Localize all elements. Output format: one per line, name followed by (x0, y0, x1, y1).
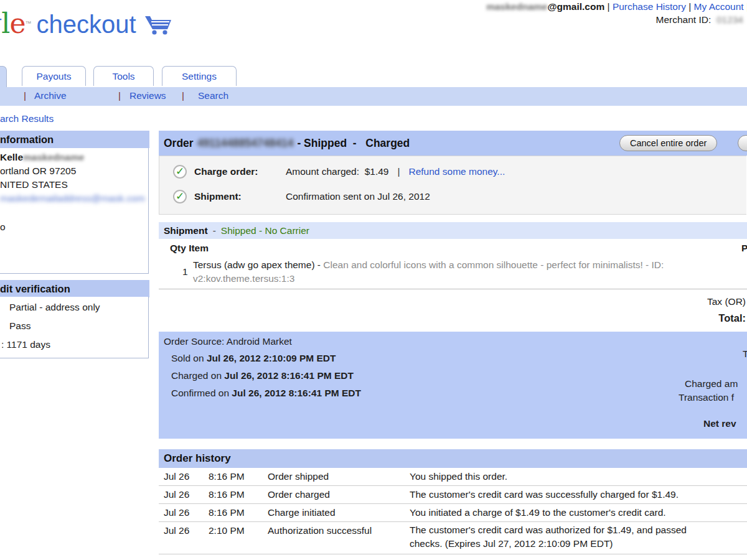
account-email-domain: @gmail.com (547, 1, 604, 12)
shipment-confirmation-text: Confirmation sent on Jul 26, 2012 (286, 191, 430, 202)
history-event: Charge initiated (268, 507, 336, 518)
charged-on-date: Jul 26, 2012 8:16:41 PM EDT (224, 370, 354, 381)
cvn-result: Pass (9, 320, 31, 332)
logo-letter: e (9, 7, 25, 39)
separator: | (397, 166, 400, 177)
check-icon: ✓ (173, 165, 187, 179)
tab-label: Tools (112, 71, 134, 82)
history-event: Authorization successful (268, 525, 372, 536)
history-description-line2: checks. (Expires Jul 27, 2012 2:10:09 PM… (410, 538, 613, 549)
net-revenue-fragment: Net rev (703, 418, 736, 429)
avs-result: Partial - address only (9, 302, 100, 313)
shopping-cart-icon (144, 13, 172, 35)
transaction-fee-fragment: Transaction f (679, 392, 734, 403)
buyer-extra-line: o (0, 222, 6, 233)
table-row: Jul 26 8:16 PM Order charged The custome… (159, 486, 747, 504)
order-history-title: Order history (164, 452, 231, 465)
confirmed-on-prefix: Confirmed on (171, 388, 232, 398)
history-event: Order charged (268, 489, 330, 500)
history-description-line1: The customer's credit card was authorize… (410, 525, 687, 536)
logo-letter: l (1, 7, 9, 39)
orders-subnav: | Archive | Reviews | Search (0, 87, 747, 106)
tab-payouts[interactable]: Payouts (22, 66, 86, 86)
tab-settings[interactable]: Settings (162, 66, 237, 86)
google-checkout-logo: Google™checkout (0, 9, 172, 39)
order-source: Order Source: Android Market (164, 336, 292, 347)
charge-order-label: Charge order: (194, 166, 286, 177)
item-name: Tersus (adw go apex theme) - (193, 259, 323, 270)
buyer-name-redacted: maskedname (23, 152, 84, 162)
shipment-status-row: ✓ Shipment: Confirmation sent on Jul 26,… (173, 190, 430, 203)
separator: | (24, 90, 26, 101)
my-account-link[interactable]: My Account (694, 1, 744, 12)
credit-verification-panel: Partial - address only Pass : 1171 days (0, 297, 149, 358)
history-date: Jul 26 (164, 525, 189, 536)
charged-on-line: Charged on Jul 26, 2012 8:16:41 PM EDT (171, 370, 354, 381)
amount-charged-text: Amount charged: $1.49 (286, 166, 388, 177)
tax-label: Tax (OR) (159, 296, 746, 307)
button-label: Cancel entire order (630, 138, 707, 148)
sold-on-prefix: Sold on (171, 353, 207, 363)
buyer-email-redacted: maskedemailaddress@mask.com (0, 193, 145, 204)
history-time: 8:16 PM (209, 489, 245, 500)
buyer-city-line: ortland OR 97205 (0, 166, 76, 177)
tab-orders-partial[interactable] (0, 66, 7, 87)
shipment-carrier-status: Shipped - No Carrier (221, 225, 309, 236)
account-email-redacted: maskedname (486, 1, 547, 12)
merchant-id-redacted: 01234 (716, 14, 743, 26)
search-results-link[interactable]: arch Results (0, 113, 54, 124)
history-time: 2:10 PM (209, 525, 245, 536)
table-row: Jul 26 8:16 PM Charge initiated You init… (159, 504, 747, 522)
cancel-entire-order-button[interactable]: Cancel entire order (619, 135, 717, 151)
table-row: Jul 26 8:16 PM Order shipped You shipped… (159, 468, 747, 486)
sold-on-line: Sold on Jul 26, 2012 2:10:09 PM EDT (171, 353, 336, 364)
divider (159, 289, 747, 289)
total-label: Total: (159, 312, 746, 324)
google-checkout-order-page: maskedname@gmail.com | Purchase History … (0, 0, 747, 560)
logo-product-name: checkout (36, 11, 136, 38)
subnav-search-link[interactable]: Search (198, 90, 228, 101)
order-status-box: ✓ Charge order: Amount charged: $1.49 | … (159, 156, 746, 215)
charged-amount-fragment: Charged am (685, 378, 738, 390)
separator: | (118, 90, 121, 101)
order-source-box: Order Source: Android Market Sold on Jul… (159, 332, 747, 439)
order-history-table: Jul 26 8:16 PM Order shipped You shipped… (159, 468, 747, 554)
charge-status-row: ✓ Charge order: Amount charged: $1.49 | … (173, 165, 505, 179)
history-date: Jul 26 (164, 489, 189, 500)
trademark-symbol: ™ (25, 20, 31, 27)
separator: | (604, 1, 613, 12)
buyer-information-panel: Kellemaskedname ortland OR 97205 NITED S… (0, 148, 149, 274)
order-status-text: - Shipped - Charged (297, 137, 410, 150)
separator: | (686, 1, 694, 12)
tab-label: Settings (182, 71, 217, 82)
subnav-reviews-link[interactable]: Reviews (129, 90, 166, 101)
check-icon: ✓ (173, 190, 187, 203)
sold-on-date: Jul 26, 2012 2:10:09 PM EDT (207, 353, 336, 363)
shipment-section-header: Shipment - Shipped - No Carrier (159, 222, 747, 239)
table-row: Jul 26 2:10 PM Authorization successful … (159, 522, 747, 554)
price-column-header: P (741, 243, 747, 254)
buyer-country: NITED STATES (0, 179, 68, 190)
history-date: Jul 26 (164, 471, 189, 482)
order-number-redacted: 4911448854748414 (197, 137, 294, 150)
shipment-label: Shipment: (194, 191, 286, 202)
qty-item-column-header: Qty Item (170, 243, 209, 254)
merchant-id-label: Merchant ID: (656, 14, 716, 26)
tab-tools[interactable]: Tools (93, 66, 154, 86)
history-description: You initiated a charge of $1.49 to the c… (410, 507, 666, 518)
buyer-information-header: nformation (0, 131, 149, 148)
history-time: 8:16 PM (209, 471, 245, 482)
history-event: Order shipped (268, 471, 329, 482)
separator: | (744, 1, 747, 12)
shipment-title: Shipment (164, 225, 208, 236)
confirmed-on-date: Jul 26, 2012 8:16:41 PM EDT (232, 388, 361, 398)
history-time: 8:16 PM (209, 507, 245, 518)
history-description: You shipped this order. (410, 471, 507, 482)
refund-link[interactable]: Refund some money... (408, 166, 505, 177)
item-quantity: 1 (182, 266, 188, 278)
purchase-history-link[interactable]: Purchase History (613, 1, 686, 12)
subnav-archive-link[interactable]: Archive (34, 90, 67, 101)
buyer-name: Kellemaskedname (0, 152, 84, 163)
credit-verification-title: dit verification (0, 283, 70, 295)
confirmed-on-line: Confirmed on Jul 26, 2012 8:16:41 PM EDT (171, 388, 361, 399)
